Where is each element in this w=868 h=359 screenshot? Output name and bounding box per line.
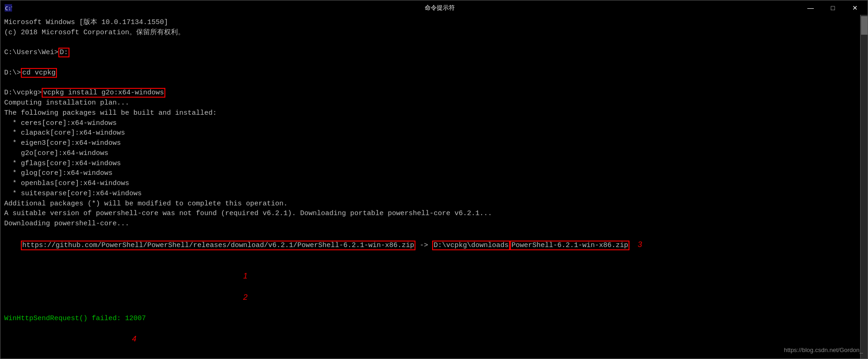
line-22-url: https://github.com/PowerShell/PowerShell…	[4, 229, 864, 260]
arrow-text: ->	[415, 241, 432, 249]
line-2: (c) 2018 Microsoft Corporation。保留所有权利。	[4, 28, 864, 38]
cmd-highlight-cd: cd vcpkg	[21, 68, 57, 78]
scrollbar[interactable]	[860, 15, 868, 359]
line-annot-4: 4	[4, 324, 864, 355]
terminal-area: Microsoft Windows [版本 10.0.17134.1550] (…	[0, 15, 868, 359]
line-1: Microsoft Windows [版本 10.0.17134.1550]	[4, 18, 864, 28]
line-11: * ceres[core]:x64-windows	[4, 118, 864, 129]
line-10: The following packages will be built and…	[4, 108, 864, 118]
line-annots-12: 1 2	[4, 260, 864, 314]
line-14: g2o[core]:x64-windows	[4, 149, 864, 159]
line-4: C:\Users\Wei>D:	[4, 48, 864, 58]
line-error: WinHttpSendRequest() failed: 12007	[4, 314, 864, 324]
annot-1: 1	[243, 272, 247, 280]
minimize-button[interactable]: —	[800, 1, 821, 14]
line-9: Computing installation plan...	[4, 98, 864, 108]
line-20: A suitable version of powershell-core wa…	[4, 209, 864, 219]
line-17: * openblas[core]:x64-windows	[4, 179, 864, 189]
watermark: https://blog.csdn.net/Gordon_	[784, 346, 863, 355]
annot-3: 3	[633, 240, 642, 249]
line-12: * clapack[core]:x64-windows	[4, 128, 864, 138]
maximize-button[interactable]: □	[822, 1, 843, 14]
line-15: * gflags[core]:x64-windows	[4, 159, 864, 169]
line-blank	[4, 355, 864, 359]
scrollbar-thumb[interactable]	[861, 16, 868, 35]
dest-box: D:\vcpkg\downloads	[432, 241, 510, 250]
line-21: Downloading powershell-core...	[4, 219, 864, 229]
line-16: * glog[core]:x64-windows	[4, 168, 864, 179]
close-button[interactable]: ✕	[844, 1, 866, 14]
line-18: * suitesparse[core]:x64-windows	[4, 189, 864, 199]
svg-text:C:\: C:\	[5, 6, 12, 12]
line-5	[4, 58, 864, 68]
cmd-highlight-d: D:	[58, 48, 69, 57]
window-controls: — □ ✕	[800, 1, 866, 14]
url-box: https://github.com/PowerShell/PowerShell…	[21, 241, 415, 250]
line-13: * eigen3[core]:x64-windows	[4, 138, 864, 149]
line-6: D:\>cd vcpkg	[4, 68, 864, 78]
cmd-icon: C:\	[4, 4, 13, 12]
window-title: 命令提示符	[15, 4, 864, 12]
annot-4: 4	[132, 334, 136, 343]
line-7	[4, 78, 864, 88]
title-bar: C:\ 命令提示符 — □ ✕	[0, 0, 868, 15]
line-3	[4, 38, 864, 48]
line-19: Additional packages (*) will be modified…	[4, 199, 864, 209]
annot-2: 2	[243, 293, 247, 302]
filename-box: PowerShell-6.2.1-win-x86.zip	[510, 241, 629, 250]
cmd-highlight-install: vcpkg install g2o:x64-windows	[42, 88, 165, 98]
line-8: D:\vcpkg>vcpkg install g2o:x64-windows	[4, 88, 864, 98]
